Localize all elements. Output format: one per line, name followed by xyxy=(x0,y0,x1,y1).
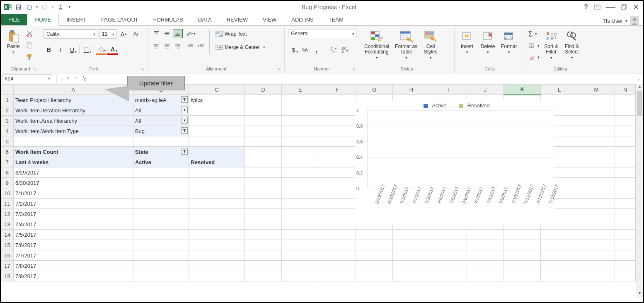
font-color-icon[interactable]: A xyxy=(107,45,118,55)
paste-button[interactable]: Paste ▾ xyxy=(4,29,22,55)
cell[interactable] xyxy=(578,250,615,261)
fill-color-icon[interactable] xyxy=(96,45,107,55)
pivot-date-cell[interactable]: 6/30/2017 xyxy=(13,178,133,188)
cell[interactable] xyxy=(189,240,245,250)
close-icon[interactable]: ✕ xyxy=(633,2,639,12)
cell[interactable] xyxy=(133,199,189,209)
cell[interactable] xyxy=(189,116,245,126)
cell[interactable] xyxy=(319,167,356,178)
cell[interactable] xyxy=(319,199,356,209)
cell[interactable] xyxy=(615,157,636,167)
copy-icon[interactable] xyxy=(25,41,34,50)
cell[interactable] xyxy=(245,157,281,167)
cell[interactable] xyxy=(282,147,319,157)
cell[interactable] xyxy=(282,271,319,281)
redo-dd-icon[interactable]: ▾ xyxy=(51,2,55,12)
cell[interactable] xyxy=(467,271,504,281)
cell[interactable] xyxy=(615,188,636,199)
cell[interactable] xyxy=(615,199,636,209)
cell[interactable] xyxy=(319,157,356,167)
cell[interactable] xyxy=(578,219,615,230)
cell[interactable] xyxy=(319,126,356,136)
undo-dd-icon[interactable]: ▾ xyxy=(35,2,39,12)
cell[interactable] xyxy=(189,136,245,147)
user-avatar-icon[interactable] xyxy=(630,16,639,25)
cell[interactable] xyxy=(393,261,430,271)
italic-button[interactable]: I xyxy=(55,45,66,55)
font-dialog-icon[interactable]: ⤡ xyxy=(141,67,144,71)
tab-add-ins[interactable]: ADD-INS xyxy=(284,14,321,25)
cell[interactable] xyxy=(615,136,636,147)
col-header-N[interactable]: N xyxy=(615,85,636,95)
row-header-14[interactable]: 14 xyxy=(1,230,14,240)
ribbon-options-icon[interactable] xyxy=(594,5,600,10)
number-dialog-icon[interactable]: ⤡ xyxy=(352,67,356,71)
cell[interactable] xyxy=(245,167,281,178)
sort-filter-button[interactable]: AZ Sort & Filter▾ xyxy=(542,29,560,61)
row-header-7[interactable]: 7 xyxy=(1,157,14,167)
row-header-4[interactable]: 4 xyxy=(1,126,14,136)
cell[interactable] xyxy=(282,167,319,178)
cell[interactable] xyxy=(133,230,189,240)
cell[interactable] xyxy=(133,261,189,271)
cell[interactable] xyxy=(319,250,356,261)
cell[interactable] xyxy=(467,240,504,250)
cell[interactable] xyxy=(282,240,319,250)
borders-icon[interactable] xyxy=(81,45,92,55)
col-header-H[interactable]: H xyxy=(393,85,430,95)
cell[interactable] xyxy=(615,116,636,126)
insert-function-icon[interactable]: fx xyxy=(82,75,86,82)
align-center-icon[interactable] xyxy=(162,41,172,51)
cell[interactable] xyxy=(189,230,245,240)
cell[interactable] xyxy=(430,261,467,271)
cut-icon[interactable] xyxy=(25,29,34,38)
cell[interactable] xyxy=(615,147,636,157)
cell[interactable] xyxy=(189,219,245,230)
select-all-cell[interactable] xyxy=(1,85,14,95)
cell[interactable] xyxy=(133,136,189,147)
cell[interactable] xyxy=(504,261,541,271)
cell[interactable] xyxy=(319,147,356,157)
pivot-filter-label[interactable]: Work Item.Area Hierarchy xyxy=(13,116,133,126)
cell[interactable] xyxy=(578,188,615,199)
align-bottom-icon[interactable] xyxy=(173,29,183,38)
cell[interactable] xyxy=(541,271,578,281)
cell[interactable] xyxy=(245,271,281,281)
row-header-3[interactable]: 3 xyxy=(1,116,14,126)
tab-view[interactable]: VIEW xyxy=(255,14,284,25)
cell[interactable] xyxy=(245,105,281,116)
cell[interactable] xyxy=(282,157,319,167)
cell[interactable] xyxy=(356,250,392,261)
cell[interactable] xyxy=(133,188,189,199)
cell[interactable] xyxy=(504,250,541,261)
pivot-date-cell[interactable]: 6/29/2017 xyxy=(13,167,133,178)
cell[interactable] xyxy=(615,167,636,178)
pivot-filter-value[interactable]: All▾ xyxy=(133,105,189,116)
tab-formulas[interactable]: FORMULAS xyxy=(146,14,191,25)
cell[interactable] xyxy=(578,209,615,219)
cell[interactable] xyxy=(504,240,541,250)
cell[interactable] xyxy=(282,126,319,136)
cell[interactable] xyxy=(504,271,541,281)
cell[interactable] xyxy=(393,250,430,261)
cell[interactable] xyxy=(189,147,245,157)
cell[interactable] xyxy=(319,136,356,147)
cell[interactable] xyxy=(578,95,615,105)
align-top-icon[interactable] xyxy=(151,29,161,38)
conditional-formatting-button[interactable]: Conditional Formatting▾ xyxy=(363,29,391,61)
cell[interactable] xyxy=(356,261,392,271)
cell[interactable] xyxy=(578,105,615,116)
format-cells-button[interactable]: Format▾ xyxy=(499,29,518,55)
row-header-6[interactable]: 6 xyxy=(1,147,14,157)
wrap-text-button[interactable]: ab Wrap Text xyxy=(213,29,268,39)
accounting-format-icon[interactable]: $ xyxy=(288,45,299,55)
cell-styles-button[interactable]: Cell Styles▾ xyxy=(421,29,440,61)
cell[interactable] xyxy=(319,261,356,271)
cell[interactable] xyxy=(282,230,319,240)
col-header-I[interactable]: I xyxy=(430,85,467,95)
increase-indent-icon[interactable] xyxy=(196,41,206,51)
cell[interactable]: lytics xyxy=(189,95,245,105)
tab-page-layout[interactable]: PAGE LAYOUT xyxy=(94,14,146,25)
align-middle-icon[interactable] xyxy=(162,29,172,38)
save-icon[interactable] xyxy=(13,2,23,12)
